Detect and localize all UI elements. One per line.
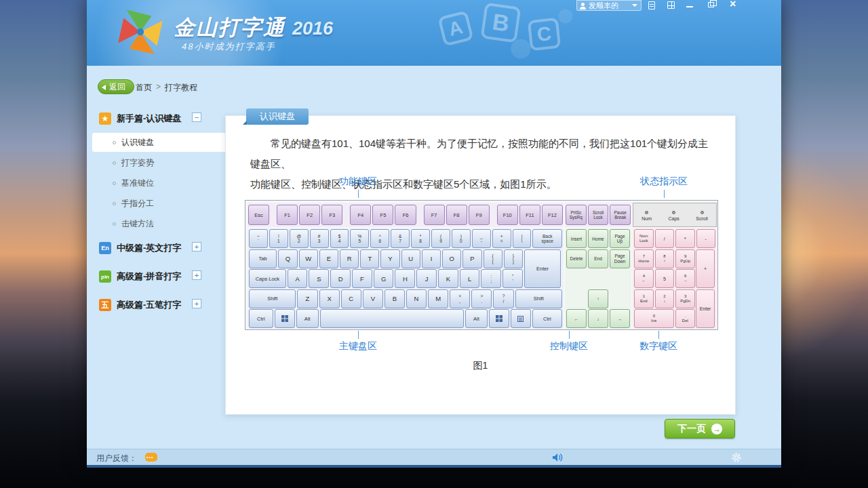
key: ↑ bbox=[588, 289, 608, 308]
key: #3 bbox=[310, 229, 329, 248]
key: End bbox=[588, 249, 608, 268]
keyboard-row: CtrlAltAltCtrl bbox=[249, 309, 562, 328]
notes-icon[interactable] bbox=[648, 1, 655, 9]
app-subtitle: 48小时成为打字高手 bbox=[182, 41, 275, 53]
led-dot-icon bbox=[645, 211, 648, 214]
key: $4 bbox=[330, 229, 349, 248]
key: 2↓ bbox=[655, 289, 675, 308]
minimize-button[interactable] bbox=[686, 6, 693, 7]
key: / bbox=[655, 229, 675, 248]
back-button[interactable]: 返回 bbox=[98, 79, 134, 94]
key: {[ bbox=[484, 249, 502, 268]
sidebar-item-keystroke-method[interactable]: 击键方法 bbox=[92, 214, 225, 233]
key: 4← bbox=[634, 269, 654, 288]
key: :; bbox=[481, 269, 501, 288]
bullet-icon bbox=[113, 222, 116, 226]
sidebar-section-beginner[interactable]: ★ 新手篇-认识键盘 bbox=[99, 110, 221, 127]
key: Esc bbox=[248, 205, 269, 225]
key: PageDown bbox=[610, 249, 630, 268]
key: Ctrl bbox=[249, 309, 273, 328]
win-logo bbox=[489, 309, 509, 328]
expand-toggle[interactable]: + bbox=[192, 299, 201, 308]
key: G bbox=[374, 269, 394, 288]
key: }] bbox=[504, 249, 523, 268]
collapse-toggle[interactable]: − bbox=[192, 113, 201, 122]
bullet-icon bbox=[113, 182, 116, 185]
breadcrumb: 首页 > 打字教程 bbox=[136, 82, 197, 94]
bullet-icon bbox=[113, 161, 116, 165]
expand-toggle[interactable]: + bbox=[192, 242, 201, 251]
figure-caption: 图1 bbox=[226, 360, 735, 372]
key: F7 bbox=[424, 205, 445, 225]
sidebar-item-home-keys[interactable]: 基准键位 bbox=[92, 174, 225, 192]
keyboard-row: NumLock/*- bbox=[634, 229, 715, 248]
key: PageUp bbox=[610, 229, 630, 248]
key: H bbox=[395, 269, 415, 288]
keyboard-row bbox=[566, 269, 630, 288]
decor-block-b: B bbox=[481, 3, 521, 43]
key: F bbox=[352, 269, 372, 288]
numpad-enter-key: Enter bbox=[696, 289, 715, 328]
arrow-right-icon: → bbox=[711, 424, 722, 434]
key: Insert bbox=[566, 229, 587, 248]
led-dot-icon bbox=[701, 211, 704, 214]
window-bottom-edge bbox=[87, 465, 781, 468]
user-dropdown[interactable]: 发顺丰的 bbox=[576, 0, 642, 11]
sidebar-item-know-keyboard[interactable]: 认识键盘 bbox=[92, 133, 225, 152]
key: |\ bbox=[513, 229, 532, 248]
led-label: Caps bbox=[668, 216, 679, 221]
key: F4 bbox=[350, 205, 371, 225]
user-icon bbox=[580, 6, 585, 9]
numpad-plus-key: + bbox=[696, 249, 715, 288]
close-button[interactable]: × bbox=[730, 0, 736, 9]
led-dot-icon bbox=[672, 211, 675, 214]
key: !1 bbox=[269, 229, 288, 248]
enter-key: Enter bbox=[524, 249, 561, 288]
keyboard-row: PrtScSysRqScrollLockPauseBreak bbox=[566, 205, 631, 225]
status-led: Caps bbox=[668, 211, 679, 221]
key: F10 bbox=[497, 205, 518, 225]
sidebar-item-finger-roles[interactable]: 手指分工 bbox=[92, 194, 225, 213]
key: ScrollLock bbox=[588, 205, 609, 225]
expand-toggle[interactable]: + bbox=[192, 270, 201, 280]
key: ^6 bbox=[370, 229, 389, 248]
bullet-icon bbox=[113, 141, 116, 144]
key: F11 bbox=[519, 205, 540, 225]
sidebar-item-typing-posture[interactable]: 打字姿势 bbox=[92, 153, 225, 172]
key: .Del bbox=[675, 309, 695, 328]
sidebar-section-wubi[interactable]: 五 高级篇-五笔打字 bbox=[99, 297, 221, 313]
key: Caps Lock bbox=[249, 269, 286, 288]
next-page-button[interactable]: 下一页 → bbox=[665, 419, 735, 439]
key: NumLock bbox=[634, 229, 654, 248]
status-led: Num bbox=[642, 211, 652, 221]
brand-title: 金山打字通 2016 bbox=[174, 14, 333, 42]
status-bar: 用户反馈： bbox=[87, 449, 781, 465]
pinyin-icon: pin bbox=[99, 270, 111, 283]
desktop-background: 金山打字通 2016 48小时成为打字高手 A B C 发顺丰的 × 返回 首页… bbox=[0, 0, 868, 488]
key: ~` bbox=[249, 229, 268, 248]
speaker-icon[interactable] bbox=[552, 453, 564, 462]
feedback-chat-icon[interactable] bbox=[145, 453, 157, 462]
key: _- bbox=[472, 229, 491, 248]
key: ↓ bbox=[588, 309, 608, 328]
gift-icon[interactable] bbox=[667, 1, 675, 9]
key: - bbox=[696, 229, 716, 248]
app-year: 2016 bbox=[292, 18, 333, 39]
label-main-area: 主键盘区 bbox=[339, 340, 377, 352]
keyboard-diagram: EscF1F2F3F4F5F6F7F8F9F10F11F12 PrtScSysR… bbox=[245, 200, 718, 330]
key: K bbox=[438, 269, 458, 288]
menu-icon bbox=[511, 309, 531, 328]
sidebar-section-english[interactable]: En 中级篇-英文打字 bbox=[99, 240, 221, 256]
restore-button[interactable] bbox=[708, 2, 714, 7]
key: PrtScSysRq bbox=[566, 205, 587, 225]
sidebar-section-pinyin[interactable]: pin 高级篇-拼音打字 bbox=[99, 268, 221, 285]
key: F6 bbox=[395, 205, 416, 225]
breadcrumb-separator: > bbox=[156, 82, 161, 94]
keyboard-row: DeleteEndPageDown bbox=[566, 249, 630, 268]
window-header: 金山打字通 2016 48小时成为打字高手 A B C 发顺丰的 × bbox=[87, 0, 781, 66]
led-label: Scroll bbox=[696, 216, 708, 221]
gear-icon[interactable] bbox=[731, 452, 742, 463]
key: P bbox=[462, 249, 481, 268]
breadcrumb-home[interactable]: 首页 bbox=[136, 82, 152, 94]
key: ?/ bbox=[493, 289, 513, 308]
